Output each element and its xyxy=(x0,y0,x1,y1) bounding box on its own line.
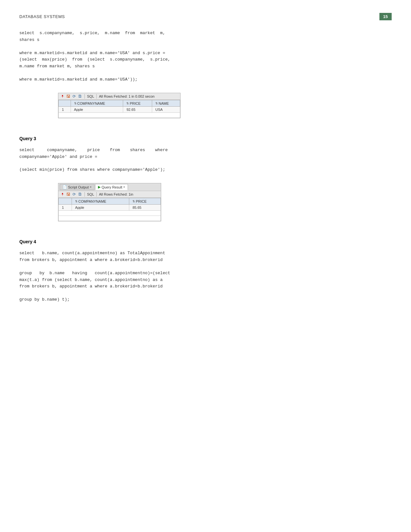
query4-code2: group by b.name having count(a.appointme… xyxy=(19,270,392,290)
query2-toolbar: 🖈 🖫 ⟳ 🖺 SQL All Rows Fetched: 1 in 0.002… xyxy=(58,93,180,100)
toolbar-separator3 xyxy=(84,192,85,197)
pin-icon: 🖈 xyxy=(60,94,65,99)
toolbar-separator xyxy=(84,94,85,99)
col-header-name[interactable]: ⇅ NAME xyxy=(152,100,180,106)
query4-code3: group by b.name) t); xyxy=(19,296,392,303)
col-header-empty xyxy=(59,100,71,106)
col-header-empty2 xyxy=(59,198,72,205)
query2-code2: where m.marketid=s.marketid and m.name='… xyxy=(19,50,392,70)
export-icon[interactable]: 🖺 xyxy=(78,94,82,99)
query4-section: Query 4 select b.name, count(a.appointme… xyxy=(19,239,392,303)
query2-status: All Rows Fetched: 1 in 0.002 secon xyxy=(99,94,154,98)
price-sort: ⇅ PRICE xyxy=(126,102,141,105)
pin-icon2: 🖈 xyxy=(60,192,65,197)
page-title: DATABASE SYSTEMS xyxy=(19,14,65,19)
row-num: 1 xyxy=(59,106,71,112)
col-header-price2[interactable]: ⇅ PRICE xyxy=(129,198,161,205)
script-tab-close[interactable]: × xyxy=(90,185,92,189)
query2-code1: select s.companyname, s.price, m.name fr… xyxy=(19,30,392,44)
name-sort: ⇅ NAME xyxy=(155,102,169,105)
query-tab-label: Query Result xyxy=(102,185,122,189)
query3-section: Query 3 select companyname, price from s… xyxy=(19,136,392,228)
script-tab-label: Script Output xyxy=(68,185,89,189)
page-number: 15 xyxy=(379,13,392,20)
play-icon: ▶ xyxy=(98,185,101,189)
col-header-companyname[interactable]: ⇅ COMPANYNAME xyxy=(71,100,123,106)
cell-companyname2: Apple xyxy=(72,205,129,211)
query4-code1: select b.name, count(a.appointmentno) as… xyxy=(19,250,392,264)
query4-label: Query 4 xyxy=(19,239,392,244)
page-header: DATABASE SYSTEMS 15 xyxy=(19,13,392,20)
query3-table: ⇅ COMPANYNAME ⇅ PRICE xyxy=(58,198,161,221)
companyname-sort: ⇅ COMPANYNAME xyxy=(74,102,105,105)
query-tab-close[interactable]: × xyxy=(123,185,125,189)
page-container: DATABASE SYSTEMS 15 select s.companyname… xyxy=(0,0,411,327)
query3-result-widget: 📄 Script Output × ▶ Query Result × 🖈 🖫 ⟳… xyxy=(58,183,161,221)
empty-row3 xyxy=(59,216,161,221)
tab-script-output[interactable]: 📄 Script Output × xyxy=(60,184,94,190)
save-icon[interactable]: 🖫 xyxy=(66,94,71,99)
sql-label: SQL xyxy=(87,94,94,98)
query2-result-widget: 🖈 🖫 ⟳ 🖺 SQL All Rows Fetched: 1 in 0.002… xyxy=(58,93,181,118)
save-icon2[interactable]: 🖫 xyxy=(66,192,71,197)
script-icon: 📄 xyxy=(63,185,67,189)
query3-toolbar: 🖈 🖫 ⟳ 🖺 SQL All Rows Fetched: 1in xyxy=(58,191,161,198)
export-icon2[interactable]: 🖺 xyxy=(78,192,82,197)
tab-query-result[interactable]: ▶ Query Result × xyxy=(95,184,128,190)
query3-code2: (select min(price) from shares where com… xyxy=(19,167,392,173)
query2-table: ⇅ COMPANYNAME ⇅ PRICE ⇅ xyxy=(58,100,180,118)
query3-label: Query 3 xyxy=(19,136,392,141)
companyname-sort2: ⇅ COMPANYNAME xyxy=(75,199,106,203)
toolbar-separator2 xyxy=(96,94,97,99)
price-sort2: ⇅ PRICE xyxy=(132,199,147,203)
row-num2: 1 xyxy=(59,205,72,211)
cell-price2: 85.65 xyxy=(129,205,161,211)
sql-label2: SQL xyxy=(87,192,94,196)
table-row: 1 Apple 92.65 USA xyxy=(59,106,180,112)
col-header-price[interactable]: ⇅ PRICE xyxy=(123,100,152,106)
cell-companyname: Apple xyxy=(71,106,123,112)
query2-section: select s.companyname, s.price, m.name fr… xyxy=(19,30,392,125)
cell-price: 92.65 xyxy=(123,106,152,112)
cell-name: USA xyxy=(152,106,180,112)
refresh-icon[interactable]: ⟳ xyxy=(72,94,76,99)
col-header-companyname2[interactable]: ⇅ COMPANYNAME xyxy=(72,198,129,205)
table-row: 1 Apple 85.65 xyxy=(59,205,161,211)
query2-code3: where m.marketid=s.marketid and m.name='… xyxy=(19,76,392,83)
empty-row2 xyxy=(59,211,161,216)
query3-status: All Rows Fetched: 1in xyxy=(99,192,133,196)
query3-tabs: 📄 Script Output × ▶ Query Result × xyxy=(58,183,161,191)
query3-code1: select companyname, price from shares wh… xyxy=(19,147,392,160)
empty-row xyxy=(59,112,180,118)
toolbar-separator4 xyxy=(96,192,97,197)
refresh-icon2[interactable]: ⟳ xyxy=(72,192,76,197)
